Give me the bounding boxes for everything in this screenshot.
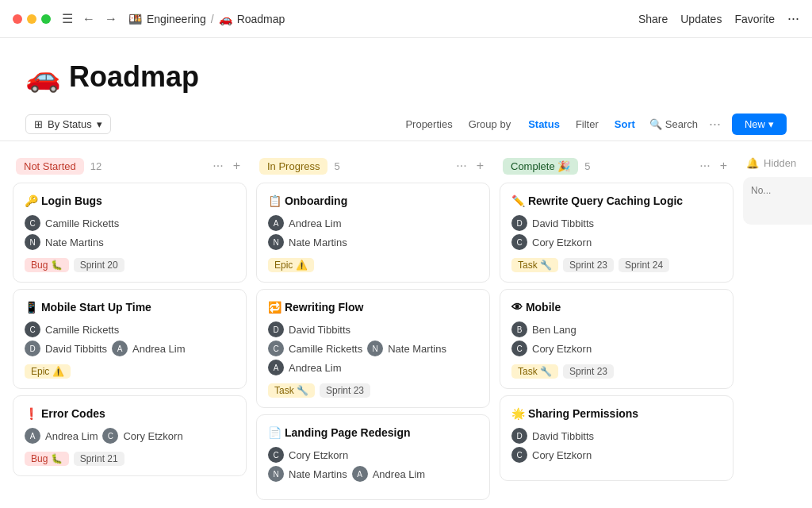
card-members: BBen LangCCory Etzkorn xyxy=(511,321,722,356)
toolbar-center: Properties Group by Status Filter Sort 🔍… xyxy=(397,113,787,136)
toolbar-left: ⊞ By Status ▾ xyxy=(25,114,111,134)
more-options-button[interactable]: ··· xyxy=(787,10,799,27)
properties-button[interactable]: Properties xyxy=(397,115,460,133)
page-title-emoji: 🚗 xyxy=(25,60,61,94)
card-tags: Bug 🐛Sprint 20 xyxy=(25,258,235,272)
minimize-button[interactable] xyxy=(27,14,36,24)
member-name: Camille Ricketts xyxy=(45,324,119,336)
breadcrumb-parent-emoji: 🍱 xyxy=(128,13,142,25)
column-add-button[interactable]: + xyxy=(230,157,243,175)
toolbar-more-button[interactable]: ··· xyxy=(704,113,726,136)
card-tag: Sprint 23 xyxy=(320,383,370,398)
column-complete: Complete 🎉5···+✏️ Rewrite Query Caching … xyxy=(500,154,733,508)
card[interactable]: 🔁 Rewriting FlowDDavid TibbittsCCamille … xyxy=(256,289,490,408)
new-button[interactable]: New ▾ xyxy=(732,114,787,135)
titlebar-right: Share Updates Favorite ··· xyxy=(638,10,799,27)
card-tag: Sprint 20 xyxy=(74,258,124,272)
back-button[interactable]: ← xyxy=(79,10,98,28)
status-badge: In Progress xyxy=(259,158,327,175)
member-row: CCory Etzkorn xyxy=(268,447,478,463)
column-add-button[interactable]: + xyxy=(473,157,487,175)
member-row: CCamille Ricketts xyxy=(25,215,235,231)
avatar: A xyxy=(112,341,128,356)
favorite-button[interactable]: Favorite xyxy=(734,13,775,25)
column-actions: ···+ xyxy=(209,157,243,175)
traffic-lights xyxy=(13,14,51,24)
member-name: Nate Martins xyxy=(388,343,446,355)
view-label: By Status xyxy=(48,118,92,130)
member-name: Andrea Lim xyxy=(373,468,425,480)
column-header-not-started: Not Started12···+ xyxy=(13,154,247,183)
view-selector[interactable]: ⊞ By Status ▾ xyxy=(25,114,111,134)
close-button[interactable] xyxy=(13,14,22,24)
member-name: Cory Etzkorn xyxy=(123,430,182,442)
forward-button[interactable]: → xyxy=(102,10,121,28)
cards-container: 📋 OnboardingAAndrea LimNNate MartinsEpic… xyxy=(256,183,490,500)
share-button[interactable]: Share xyxy=(638,13,668,25)
cards-container: ✏️ Rewrite Query Caching LogicDDavid Tib… xyxy=(500,183,733,481)
card-title: 📄 Landing Page Redesign xyxy=(268,426,478,439)
member-name: Cory Etzkorn xyxy=(532,343,592,355)
avatar: A xyxy=(268,215,284,231)
member-name: Cory Etzkorn xyxy=(532,237,592,248)
fullscreen-button[interactable] xyxy=(41,14,51,24)
breadcrumb-parent[interactable]: Engineering xyxy=(147,13,206,25)
updates-button[interactable]: Updates xyxy=(680,13,722,25)
card[interactable]: 👁 MobileBBen LangCCory EtzkornTask 🔧Spri… xyxy=(500,289,733,389)
member-name: David Tibbitts xyxy=(289,324,350,336)
column-actions: ···+ xyxy=(696,157,730,175)
member-name: Andrea Lim xyxy=(289,217,341,229)
cards-container: 🔑 Login BugsCCamille RickettsNNate Marti… xyxy=(13,183,247,476)
group-by-label: Group by xyxy=(461,115,519,133)
column-more-button[interactable]: ··· xyxy=(209,157,226,175)
member-name: Ben Lang xyxy=(532,324,576,336)
column-more-button[interactable]: ··· xyxy=(453,157,469,175)
status-badge: Not Started xyxy=(16,158,84,175)
hamburger-icon[interactable]: ☰ xyxy=(59,10,76,28)
card-title: ❗ Error Codes xyxy=(25,407,235,420)
avatar: D xyxy=(268,321,284,337)
card[interactable]: 📄 Landing Page RedesignCCory EtzkornNNat… xyxy=(256,414,490,500)
card[interactable]: 📱 Mobile Start Up TimeCCamille RickettsD… xyxy=(13,289,247,389)
member-row: CCamille RickettsNNate Martins xyxy=(268,341,478,356)
filter-button[interactable]: Filter xyxy=(568,115,607,133)
card[interactable]: ❗ Error CodesAAndrea LimCCory EtzkornBug… xyxy=(13,395,247,476)
bell-icon: 🔔 xyxy=(746,157,759,169)
card-tag: Task 🔧 xyxy=(268,383,315,398)
search-label: Search xyxy=(665,118,698,130)
card[interactable]: 🌟 Sharing PermissionsDDavid TibbittsCCor… xyxy=(500,395,733,481)
member-row: DDavid Tibbitts xyxy=(511,428,722,444)
column-header-complete: Complete 🎉5···+ xyxy=(500,154,733,183)
avatar: C xyxy=(102,428,118,444)
card-tag: Sprint 23 xyxy=(563,258,614,272)
card-members: DDavid TibbittsCCamille RickettsNNate Ma… xyxy=(268,321,478,375)
card-title: 🔑 Login Bugs xyxy=(25,194,235,207)
card-members: DDavid TibbittsCCory Etzkorn xyxy=(511,428,722,463)
search-button[interactable]: 🔍 Search xyxy=(643,115,704,133)
card-tag: Sprint 21 xyxy=(74,452,124,466)
avatar: A xyxy=(25,428,40,444)
hidden-column-header: 🔔Hidden xyxy=(743,154,812,177)
avatar: D xyxy=(25,341,40,356)
column-add-button[interactable]: + xyxy=(717,157,730,175)
column-hidden: 🔔HiddenNo... xyxy=(743,154,812,508)
column-count: 5 xyxy=(584,160,590,172)
member-name: Andrea Lim xyxy=(289,362,341,374)
card[interactable]: 📋 OnboardingAAndrea LimNNate MartinsEpic… xyxy=(256,183,490,283)
member-name: Andrea Lim xyxy=(132,343,185,355)
avatar: C xyxy=(25,215,40,231)
card[interactable]: 🔑 Login BugsCCamille RickettsNNate Marti… xyxy=(13,183,247,283)
avatar: D xyxy=(511,428,527,444)
member-row: NNate MartinsAAndrea Lim xyxy=(268,466,478,482)
column-more-button[interactable]: ··· xyxy=(696,157,713,175)
sort-button[interactable]: Sort xyxy=(607,115,643,133)
toolbar: ⊞ By Status ▾ Properties Group by Status… xyxy=(0,108,812,141)
avatar: N xyxy=(367,341,383,356)
group-by-value[interactable]: Status xyxy=(520,115,568,133)
member-row: NNate Martins xyxy=(268,234,478,250)
card-members: CCory EtzkornNNate MartinsAAndrea Lim xyxy=(268,447,478,482)
titlebar-left: ☰ ← → 🍱 Engineering / 🚗 Roadmap xyxy=(13,10,285,28)
avatar: C xyxy=(268,341,284,356)
card[interactable]: ✏️ Rewrite Query Caching LogicDDavid Tib… xyxy=(500,183,733,283)
page-title: 🚗 Roadmap xyxy=(25,60,787,94)
